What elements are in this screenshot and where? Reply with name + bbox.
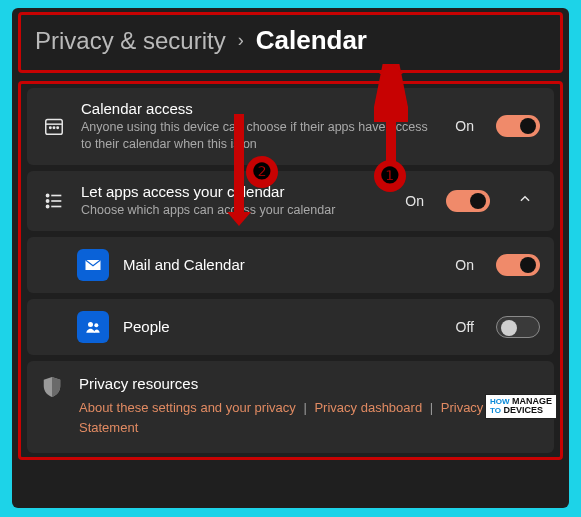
chevron-up-icon[interactable] bbox=[510, 192, 540, 209]
annotation-number-1: ❶ bbox=[374, 160, 406, 192]
app-title: Mail and Calendar bbox=[123, 256, 441, 273]
breadcrumb: Privacy & security › Calendar bbox=[18, 12, 563, 73]
annotation-number-2: ❷ bbox=[246, 156, 278, 188]
toggle-let-apps[interactable] bbox=[446, 190, 490, 212]
row-app-people: People Off bbox=[27, 299, 554, 355]
row-let-apps[interactable]: Let apps access your calendar Choose whi… bbox=[27, 171, 554, 231]
svg-point-2 bbox=[50, 127, 51, 128]
row-desc: Anyone using this device can choose if t… bbox=[81, 119, 441, 153]
row-app-mail: Mail and Calendar On bbox=[27, 237, 554, 293]
chevron-right-icon: › bbox=[238, 30, 244, 51]
breadcrumb-parent[interactable]: Privacy & security bbox=[35, 27, 226, 55]
app-title: People bbox=[123, 318, 442, 335]
link-about-privacy[interactable]: About these settings and your privacy bbox=[79, 400, 296, 415]
svg-point-4 bbox=[57, 127, 58, 128]
separator: | bbox=[430, 400, 433, 415]
toggle-state: On bbox=[455, 257, 474, 273]
resources-title: Privacy resources bbox=[79, 375, 540, 392]
svg-point-7 bbox=[46, 200, 48, 202]
toggle-state: On bbox=[405, 193, 424, 209]
toggle-people[interactable] bbox=[496, 316, 540, 338]
toggle-state: On bbox=[455, 118, 474, 134]
mail-app-icon bbox=[77, 249, 109, 281]
people-app-icon bbox=[77, 311, 109, 343]
row-desc: Choose which apps can access your calend… bbox=[81, 202, 391, 219]
settings-list: Calendar access Anyone using this device… bbox=[18, 81, 563, 460]
svg-point-5 bbox=[46, 194, 48, 196]
row-calendar-access: Calendar access Anyone using this device… bbox=[27, 88, 554, 165]
calendar-icon bbox=[41, 113, 67, 139]
resources-links: About these settings and your privacy | … bbox=[79, 398, 540, 440]
link-privacy-dashboard[interactable]: Privacy dashboard bbox=[314, 400, 422, 415]
watermark: HOW MANAGE TO DEVICES bbox=[485, 394, 557, 419]
row-title: Let apps access your calendar bbox=[81, 183, 391, 200]
svg-point-3 bbox=[53, 127, 54, 128]
shield-icon bbox=[41, 375, 65, 399]
row-title: Calendar access bbox=[81, 100, 441, 117]
breadcrumb-current: Calendar bbox=[256, 25, 367, 56]
row-privacy-resources: Privacy resources About these settings a… bbox=[27, 361, 554, 454]
svg-point-9 bbox=[46, 205, 48, 207]
list-icon bbox=[41, 188, 67, 214]
toggle-state: Off bbox=[456, 319, 474, 335]
svg-point-12 bbox=[94, 323, 98, 327]
svg-point-11 bbox=[88, 322, 93, 327]
toggle-mail[interactable] bbox=[496, 254, 540, 276]
toggle-calendar-access[interactable] bbox=[496, 115, 540, 137]
separator: | bbox=[303, 400, 306, 415]
